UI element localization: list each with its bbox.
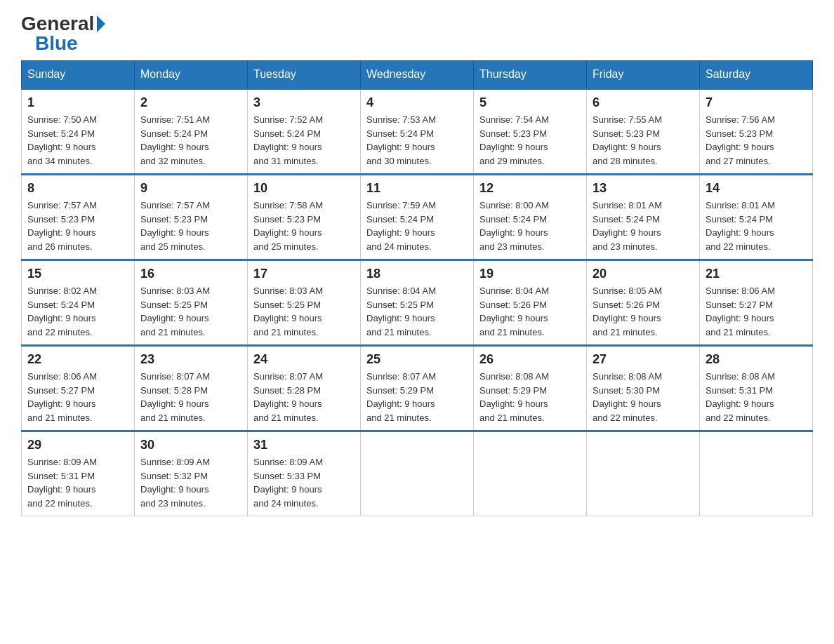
calendar-cell: 11Sunrise: 7:59 AMSunset: 5:24 PMDayligh… bbox=[361, 175, 474, 260]
day-number: 10 bbox=[253, 181, 355, 196]
logo: General Blue bbox=[21, 14, 105, 53]
day-info: Sunrise: 8:06 AMSunset: 5:27 PMDaylight:… bbox=[706, 284, 807, 339]
day-number: 22 bbox=[27, 352, 128, 367]
day-info: Sunrise: 7:54 AMSunset: 5:23 PMDaylight:… bbox=[479, 113, 581, 168]
day-info: Sunrise: 8:07 AMSunset: 5:28 PMDaylight:… bbox=[140, 370, 241, 424]
calendar-cell: 4Sunrise: 7:53 AMSunset: 5:24 PMDaylight… bbox=[361, 89, 474, 175]
day-number: 30 bbox=[140, 438, 241, 452]
day-number: 3 bbox=[253, 95, 355, 110]
calendar-cell: 26Sunrise: 8:08 AMSunset: 5:29 PMDayligh… bbox=[474, 346, 587, 431]
calendar-cell: 1Sunrise: 7:50 AMSunset: 5:24 PMDaylight… bbox=[22, 89, 135, 175]
day-info: Sunrise: 7:57 AMSunset: 5:23 PMDaylight:… bbox=[27, 199, 128, 253]
day-info: Sunrise: 8:09 AMSunset: 5:33 PMDaylight:… bbox=[253, 455, 355, 510]
calendar-header-tuesday: Tuesday bbox=[248, 61, 361, 89]
day-number: 25 bbox=[366, 352, 468, 367]
day-number: 8 bbox=[27, 181, 128, 196]
day-number: 23 bbox=[140, 352, 241, 367]
day-number: 18 bbox=[366, 267, 468, 281]
day-number: 6 bbox=[593, 95, 694, 110]
calendar-cell bbox=[361, 431, 474, 516]
day-info: Sunrise: 8:09 AMSunset: 5:32 PMDaylight:… bbox=[140, 455, 241, 510]
day-info: Sunrise: 7:51 AMSunset: 5:24 PMDaylight:… bbox=[140, 113, 241, 168]
page-header: General Blue bbox=[21, 14, 813, 53]
calendar-cell: 2Sunrise: 7:51 AMSunset: 5:24 PMDaylight… bbox=[135, 89, 248, 175]
day-number: 13 bbox=[593, 181, 694, 196]
day-info: Sunrise: 7:59 AMSunset: 5:24 PMDaylight:… bbox=[366, 199, 468, 253]
calendar-cell: 10Sunrise: 7:58 AMSunset: 5:23 PMDayligh… bbox=[248, 175, 361, 260]
calendar-week-row: 15Sunrise: 8:02 AMSunset: 5:24 PMDayligh… bbox=[22, 260, 813, 346]
day-info: Sunrise: 8:07 AMSunset: 5:28 PMDaylight:… bbox=[253, 370, 355, 424]
day-number: 9 bbox=[140, 181, 241, 196]
calendar-header-monday: Monday bbox=[135, 61, 248, 89]
day-info: Sunrise: 7:57 AMSunset: 5:23 PMDaylight:… bbox=[140, 199, 241, 253]
calendar-cell: 22Sunrise: 8:06 AMSunset: 5:27 PMDayligh… bbox=[22, 346, 135, 431]
calendar-cell: 13Sunrise: 8:01 AMSunset: 5:24 PMDayligh… bbox=[587, 175, 700, 260]
calendar-cell: 12Sunrise: 8:00 AMSunset: 5:24 PMDayligh… bbox=[474, 175, 587, 260]
day-info: Sunrise: 8:08 AMSunset: 5:31 PMDaylight:… bbox=[706, 370, 807, 424]
calendar-cell: 7Sunrise: 7:56 AMSunset: 5:23 PMDaylight… bbox=[700, 89, 813, 175]
calendar-cell: 15Sunrise: 8:02 AMSunset: 5:24 PMDayligh… bbox=[22, 260, 135, 346]
calendar-cell: 25Sunrise: 8:07 AMSunset: 5:29 PMDayligh… bbox=[361, 346, 474, 431]
day-info: Sunrise: 8:03 AMSunset: 5:25 PMDaylight:… bbox=[140, 284, 241, 339]
day-info: Sunrise: 8:01 AMSunset: 5:24 PMDaylight:… bbox=[706, 199, 807, 253]
day-number: 5 bbox=[479, 95, 581, 110]
day-info: Sunrise: 8:00 AMSunset: 5:24 PMDaylight:… bbox=[479, 199, 581, 253]
day-info: Sunrise: 8:04 AMSunset: 5:25 PMDaylight:… bbox=[366, 284, 468, 339]
calendar-week-row: 29Sunrise: 8:09 AMSunset: 5:31 PMDayligh… bbox=[22, 431, 813, 516]
day-info: Sunrise: 7:58 AMSunset: 5:23 PMDaylight:… bbox=[253, 199, 355, 253]
day-info: Sunrise: 8:09 AMSunset: 5:31 PMDaylight:… bbox=[27, 455, 128, 510]
calendar-header-sunday: Sunday bbox=[22, 61, 135, 89]
calendar-header-row: SundayMondayTuesdayWednesdayThursdayFrid… bbox=[22, 61, 813, 89]
day-number: 28 bbox=[706, 352, 807, 367]
calendar-cell bbox=[587, 431, 700, 516]
calendar-table: SundayMondayTuesdayWednesdayThursdayFrid… bbox=[21, 60, 813, 516]
calendar-cell: 30Sunrise: 8:09 AMSunset: 5:32 PMDayligh… bbox=[135, 431, 248, 516]
calendar-week-row: 1Sunrise: 7:50 AMSunset: 5:24 PMDaylight… bbox=[22, 89, 813, 175]
day-info: Sunrise: 7:55 AMSunset: 5:23 PMDaylight:… bbox=[593, 113, 694, 168]
calendar-cell: 6Sunrise: 7:55 AMSunset: 5:23 PMDaylight… bbox=[587, 89, 700, 175]
day-number: 4 bbox=[366, 95, 468, 110]
calendar-cell: 5Sunrise: 7:54 AMSunset: 5:23 PMDaylight… bbox=[474, 89, 587, 175]
day-number: 26 bbox=[479, 352, 581, 367]
calendar-cell: 16Sunrise: 8:03 AMSunset: 5:25 PMDayligh… bbox=[135, 260, 248, 346]
day-info: Sunrise: 8:08 AMSunset: 5:30 PMDaylight:… bbox=[593, 370, 694, 424]
logo-blue-text: Blue bbox=[35, 34, 78, 53]
calendar-cell: 8Sunrise: 7:57 AMSunset: 5:23 PMDaylight… bbox=[22, 175, 135, 260]
calendar-cell: 20Sunrise: 8:05 AMSunset: 5:26 PMDayligh… bbox=[587, 260, 700, 346]
calendar-cell: 24Sunrise: 8:07 AMSunset: 5:28 PMDayligh… bbox=[248, 346, 361, 431]
day-info: Sunrise: 8:05 AMSunset: 5:26 PMDaylight:… bbox=[593, 284, 694, 339]
calendar-cell: 27Sunrise: 8:08 AMSunset: 5:30 PMDayligh… bbox=[587, 346, 700, 431]
logo-triangle-icon bbox=[97, 15, 105, 32]
day-info: Sunrise: 8:06 AMSunset: 5:27 PMDaylight:… bbox=[27, 370, 128, 424]
day-number: 24 bbox=[253, 352, 355, 367]
day-number: 2 bbox=[140, 95, 241, 110]
day-info: Sunrise: 7:56 AMSunset: 5:23 PMDaylight:… bbox=[706, 113, 807, 168]
calendar-cell: 14Sunrise: 8:01 AMSunset: 5:24 PMDayligh… bbox=[700, 175, 813, 260]
calendar-cell: 23Sunrise: 8:07 AMSunset: 5:28 PMDayligh… bbox=[135, 346, 248, 431]
calendar-cell: 19Sunrise: 8:04 AMSunset: 5:26 PMDayligh… bbox=[474, 260, 587, 346]
day-info: Sunrise: 7:50 AMSunset: 5:24 PMDaylight:… bbox=[27, 113, 128, 168]
day-number: 1 bbox=[27, 95, 128, 110]
day-info: Sunrise: 8:02 AMSunset: 5:24 PMDaylight:… bbox=[27, 284, 128, 339]
calendar-cell bbox=[700, 431, 813, 516]
day-number: 29 bbox=[27, 438, 128, 452]
calendar-header-thursday: Thursday bbox=[474, 61, 587, 89]
logo-general-text: General bbox=[21, 14, 94, 34]
day-number: 27 bbox=[593, 352, 694, 367]
day-number: 7 bbox=[706, 95, 807, 110]
day-info: Sunrise: 8:08 AMSunset: 5:29 PMDaylight:… bbox=[479, 370, 581, 424]
day-number: 16 bbox=[140, 267, 241, 281]
calendar-cell: 31Sunrise: 8:09 AMSunset: 5:33 PMDayligh… bbox=[248, 431, 361, 516]
day-info: Sunrise: 8:04 AMSunset: 5:26 PMDaylight:… bbox=[479, 284, 581, 339]
calendar-header-wednesday: Wednesday bbox=[361, 61, 474, 89]
day-number: 17 bbox=[253, 267, 355, 281]
calendar-header-friday: Friday bbox=[587, 61, 700, 89]
day-number: 31 bbox=[253, 438, 355, 452]
day-info: Sunrise: 8:01 AMSunset: 5:24 PMDaylight:… bbox=[593, 199, 694, 253]
day-info: Sunrise: 8:03 AMSunset: 5:25 PMDaylight:… bbox=[253, 284, 355, 339]
day-number: 14 bbox=[706, 181, 807, 196]
day-info: Sunrise: 7:53 AMSunset: 5:24 PMDaylight:… bbox=[366, 113, 468, 168]
calendar-header-saturday: Saturday bbox=[700, 61, 813, 89]
calendar-cell: 29Sunrise: 8:09 AMSunset: 5:31 PMDayligh… bbox=[22, 431, 135, 516]
calendar-cell: 28Sunrise: 8:08 AMSunset: 5:31 PMDayligh… bbox=[700, 346, 813, 431]
